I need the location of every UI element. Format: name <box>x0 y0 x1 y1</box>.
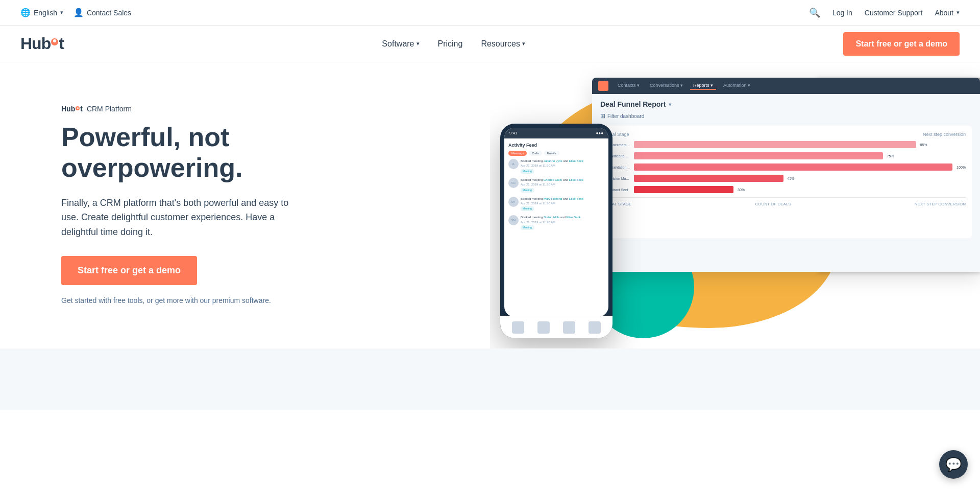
bar-fill-4 <box>634 175 783 182</box>
dashboard-nav-contacts[interactable]: Contacts ▾ <box>615 82 643 90</box>
contact-sales-link[interactable]: 👤 Contact Sales <box>74 8 131 17</box>
software-chevron: ▾ <box>416 40 420 47</box>
filter-label: Filter dashboard <box>607 113 644 119</box>
activity-date-3: Apr 21, 2019 at 11:30 AM <box>521 201 583 205</box>
about-label: About <box>935 9 953 17</box>
bar-pct-4: 45% <box>788 177 795 180</box>
globe-icon: 🌐 <box>20 8 31 17</box>
footer-conversion: NEXT STEP CONVERSION <box>915 202 966 206</box>
dashboard-nav-automation[interactable]: Automation ▾ <box>720 82 753 90</box>
bar-container-5: 30% <box>634 186 966 193</box>
hero-section: Hubt CRM Platform Powerful, not overpowe… <box>0 62 980 348</box>
activity-text-1: Booked meeting Julianne Lyns and Elise B… <box>521 159 583 174</box>
activity-date-1: Apr 21, 2019 at 11:30 AM <box>521 163 583 168</box>
filter-icon: ⊞ <box>600 112 605 120</box>
main-nav: Hubt Software ▾ Pricing Resources ▾ Star… <box>0 26 980 62</box>
filter-bar[interactable]: ⊞ Filter dashboard <box>600 112 972 120</box>
nav-cta-button[interactable]: Start free or get a demo <box>843 32 960 56</box>
phone-content: Activity Feed Meetings Calls Emails JL B… <box>504 138 608 238</box>
bottom-nav-contacts[interactable] <box>537 321 550 334</box>
about-chevron: ▾ <box>957 9 960 16</box>
hero-badge: Hubt CRM Platform <box>61 105 459 113</box>
language-selector[interactable]: 🌐 English ▾ <box>20 8 63 17</box>
top-bar-left: 🌐 English ▾ 👤 Contact Sales <box>20 8 131 17</box>
phone-activity-title: Activity Feed <box>508 143 604 148</box>
dashboard-nav-reports[interactable]: Reports ▾ <box>690 82 716 90</box>
bar-fill-2 <box>634 152 883 159</box>
activity-avatar-1: JL <box>508 159 519 169</box>
pricing-link[interactable]: Pricing <box>430 35 471 53</box>
chart-bar-3: Presentation... 100% <box>606 163 966 171</box>
activity-desc-2: Booked meeting Charles Clark and Elise B… <box>521 178 583 182</box>
bar-container-4: 45% <box>634 175 966 182</box>
bottom-nav-tasks[interactable] <box>563 321 575 334</box>
hubspot-logo-small <box>598 81 608 91</box>
bar-pct-3: 100% <box>957 166 966 169</box>
hero-headline: Powerful, not overpowering. <box>61 122 459 183</box>
resources-menu[interactable]: Resources ▾ <box>473 35 533 53</box>
bottom-nav-home[interactable] <box>512 321 524 334</box>
headline-line2: overpowering. <box>61 153 242 182</box>
bar-fill-1 <box>634 141 916 148</box>
chart-header-conversion: Next step conversion <box>923 132 966 137</box>
phone-tab-calls[interactable]: Calls <box>529 151 542 156</box>
bar-fill-5 <box>634 186 733 193</box>
logo-spot-icon <box>51 38 58 45</box>
bar-container-3: 100% <box>634 163 966 171</box>
activity-text-2: Booked meeting Charles Clark and Elise B… <box>521 178 583 193</box>
chart-bar-5: Contract Sent 30% <box>606 186 966 193</box>
dashboard-mockup: Contacts ▾ Conversations ▾ Reports ▾ Aut… <box>592 78 980 272</box>
chart-area: Deal Stage Next step conversion Appointm… <box>600 126 972 238</box>
phone-tab-meetings[interactable]: Meetings <box>508 151 527 156</box>
customer-support-link[interactable]: Customer Support <box>865 9 923 17</box>
activity-avatar-2: CC <box>508 178 519 188</box>
activity-text-4: Booked meeting Stefan Mills and Elise Be… <box>521 215 580 230</box>
activity-badge-4: Meeting <box>521 225 534 230</box>
login-label: Log In <box>832 9 852 17</box>
badge-logo: Hubt <box>61 105 83 113</box>
search-icon[interactable]: 🔍 <box>809 7 820 18</box>
activity-badge-1: Meeting <box>521 169 534 174</box>
activity-date-2: Apr 21, 2019 at 11:30 AM <box>521 182 583 186</box>
activity-text-3: Booked meeting Mary Fleming and Elise Be… <box>521 197 583 212</box>
about-menu[interactable]: About ▾ <box>935 9 960 17</box>
dashboard-topbar: Contacts ▾ Conversations ▾ Reports ▾ Aut… <box>592 78 980 94</box>
footer-count: COUNT OF DEALS <box>755 202 791 206</box>
hubspot-logo[interactable]: Hubt <box>20 34 64 53</box>
bottom-nav-settings[interactable] <box>589 321 601 334</box>
phone-bottom-nav <box>500 316 612 338</box>
badge-text: CRM Platform <box>87 105 132 113</box>
dashboard-title-text: Deal Funnel Report <box>600 100 666 108</box>
activity-date-4: Apr 21, 2019 at 11:30 AM <box>521 220 580 224</box>
top-bar-right: 🔍 Log In Customer Support About ▾ <box>809 7 960 18</box>
bar-container-2: 75% <box>634 152 966 159</box>
dashboard-title-chevron: ▾ <box>669 102 671 107</box>
phone-tab-bar: Meetings Calls Emails <box>508 151 604 156</box>
phone-time: 9:41 <box>509 131 518 135</box>
chart-bar-4: Decision Ma... 45% <box>606 175 966 182</box>
hero-right: 9:41 ●●● Activity Feed Meetings Calls Em… <box>490 62 980 348</box>
badge-spot-icon <box>76 106 80 110</box>
headline-line1: Powerful, not <box>61 122 229 152</box>
activity-item-1: JL Booked meeting Julianne Lyns and Elis… <box>508 159 604 174</box>
bar-pct-1: 85% <box>920 143 927 147</box>
activity-item-4: SM Booked meeting Stefan Mills and Elise… <box>508 215 604 230</box>
chart-bars: Appointment... 85% Qualified to... 75% <box>606 141 966 193</box>
hero-left: Hubt CRM Platform Powerful, not overpowe… <box>0 62 490 348</box>
phone-tab-emails[interactable]: Emails <box>544 151 559 156</box>
bar-pct-5: 30% <box>738 188 745 192</box>
pricing-label: Pricing <box>438 39 463 49</box>
dashboard-nav-conversations[interactable]: Conversations ▾ <box>647 82 686 90</box>
top-bar: 🌐 English ▾ 👤 Contact Sales 🔍 Log In Cus… <box>0 0 980 26</box>
dashboard-nav: Contacts ▾ Conversations ▾ Reports ▾ Aut… <box>615 82 753 90</box>
hero-subtext: Finally, a CRM platform that's both powe… <box>61 196 306 240</box>
activity-avatar-3: MF <box>508 197 519 207</box>
activity-desc-1: Booked meeting Julianne Lyns and Elise B… <box>521 159 583 163</box>
login-link[interactable]: Log In <box>832 9 852 17</box>
chart-bar-1: Appointment... 85% <box>606 141 966 148</box>
hero-cta-button[interactable]: Start free or get a demo <box>61 256 197 285</box>
software-menu[interactable]: Software ▾ <box>374 35 427 53</box>
activity-desc-3: Booked meeting Mary Fleming and Elise Be… <box>521 197 583 201</box>
nav-links: Software ▾ Pricing Resources ▾ <box>374 35 533 53</box>
activity-desc-4: Booked meeting Stefan Mills and Elise Be… <box>521 215 580 219</box>
